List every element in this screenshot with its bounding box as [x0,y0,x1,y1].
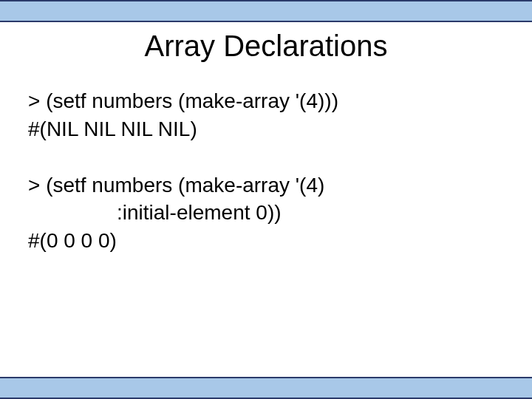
slide: Array Declarations > (setf numbers (make… [0,0,532,399]
bottom-bar [0,377,532,399]
code-line: #(NIL NIL NIL NIL) [28,115,501,143]
code-line: #(0 0 0 0) [28,227,501,255]
top-bar [0,0,532,22]
code-block-1: > (setf numbers (make-array '(4))) #(NIL… [28,87,501,143]
code-line: > (setf numbers (make-array '(4))) [28,87,501,115]
code-line: > (setf numbers (make-array '(4) [28,171,501,200]
code-line: :initial-element 0)) [28,199,501,227]
code-block-2: > (setf numbers (make-array '(4) :initia… [28,171,501,255]
slide-content: > (setf numbers (make-array '(4))) #(NIL… [28,87,501,283]
slide-title: Array Declarations [0,30,532,63]
